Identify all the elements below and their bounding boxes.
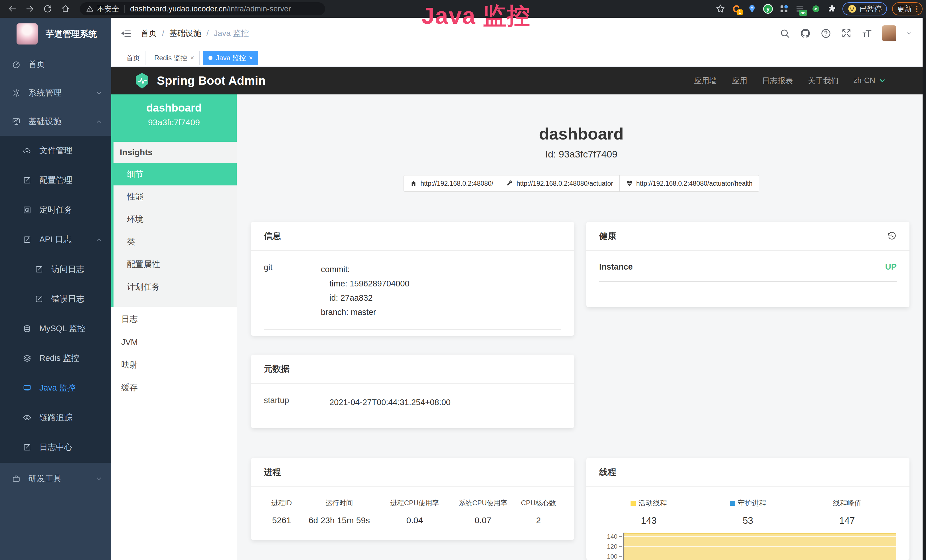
- sidebar-item-scheduled-jobs[interactable]: 定时任务: [0, 195, 111, 225]
- chevron-down-icon: [95, 89, 103, 97]
- sidebar-item-home[interactable]: 首页: [0, 50, 111, 79]
- help-icon[interactable]: [820, 28, 831, 39]
- gear-icon: [12, 89, 21, 97]
- chevron-up-icon: [95, 236, 103, 243]
- process-table-header: 进程ID 运行时间 进程CPU使用率 系统CPU使用率 CPU核心数: [264, 498, 561, 507]
- extension-puzzle-icon[interactable]: [826, 3, 837, 14]
- heartbeat-icon: [626, 180, 633, 187]
- sidebar-item-redis-monitor[interactable]: Redis 监控: [0, 344, 111, 373]
- infra-submenu: 文件管理 配置管理 定时任务 API 日志 访问日志 错误日志 MySQL 监控: [0, 136, 111, 463]
- history-icon[interactable]: [887, 231, 897, 241]
- sba-item-metrics[interactable]: 性能: [113, 185, 237, 208]
- sba-instance-sidebar: dashboard 93a3fc7f7409 Insights 细节 性能 环境…: [111, 94, 237, 560]
- address-bar[interactable]: 不安全 dashboard.yudao.iocoder.cn/infra/adm…: [80, 2, 325, 15]
- security-label: 不安全: [97, 4, 119, 14]
- sidebar-item-config-manage[interactable]: 配置管理: [0, 165, 111, 195]
- tab-java-monitor[interactable]: Java 监控×: [203, 51, 258, 65]
- sba-brand-title[interactable]: Spring Boot Admin: [157, 74, 265, 88]
- sidebar-item-log-center[interactable]: 日志中心: [0, 433, 111, 462]
- info-card: 信息 git commit: time: 1596289704000 id: 2…: [251, 222, 574, 336]
- profile-paused-chip[interactable]: 已暂停: [843, 2, 887, 15]
- extension-grid-icon[interactable]: [779, 3, 790, 14]
- extension-count-badge: 1: [737, 9, 743, 15]
- search-icon[interactable]: [779, 28, 790, 39]
- eye-icon: [23, 413, 31, 422]
- sba-item-config-props[interactable]: 配置属性: [113, 253, 237, 275]
- briefcase-icon: [12, 474, 21, 483]
- browser-reload-icon[interactable]: [43, 4, 53, 14]
- extension-pin-icon[interactable]: [747, 3, 758, 14]
- breadcrumb-infra[interactable]: 基础设施: [169, 28, 201, 39]
- sidebar-item-dev-tools[interactable]: 研发工具: [0, 465, 111, 493]
- window-right-edge: [923, 18, 926, 560]
- user-avatar[interactable]: [882, 26, 896, 41]
- sba-item-details[interactable]: 细节: [111, 163, 237, 185]
- sidebar-item-file-manage[interactable]: 文件管理: [0, 136, 111, 165]
- sba-nav: 应用墙 应用 日志报表 关于我们 zh-CN: [694, 67, 886, 94]
- sba-nav-about[interactable]: 关于我们: [808, 76, 838, 86]
- instance-actuator-link[interactable]: http://192.168.0.2:48080/actuator: [500, 175, 620, 192]
- instance-health-link[interactable]: http://192.168.0.2:48080/actuator/health: [619, 175, 759, 192]
- sidebar-item-java-monitor[interactable]: Java 监控: [0, 373, 111, 403]
- sba-nav-applications[interactable]: 应用: [732, 76, 747, 86]
- legend-blue-swatch: [730, 501, 735, 506]
- status-up-badge: UP: [885, 262, 897, 272]
- sidebar-item-mysql-monitor[interactable]: MySQL 监控: [0, 314, 111, 344]
- extension-leaf-icon[interactable]: [811, 3, 822, 14]
- sba-item-mappings[interactable]: 映射: [111, 353, 237, 376]
- browser-back-icon[interactable]: [8, 4, 17, 14]
- schedule-clock-icon: [23, 206, 31, 214]
- sba-item-caches[interactable]: 缓存: [111, 376, 237, 399]
- sidebar-item-infra[interactable]: 基础设施: [0, 107, 111, 136]
- sba-item-scheduled-tasks[interactable]: 计划任务: [113, 275, 237, 298]
- chevron-up-icon: [95, 118, 103, 125]
- tab-home[interactable]: 首页: [121, 51, 145, 65]
- sidebar-item-tracing[interactable]: 链路追踪: [0, 403, 111, 433]
- locale-select[interactable]: zh-CN: [853, 76, 886, 85]
- sidebar-item-api-logs[interactable]: API 日志: [0, 225, 111, 254]
- sba-instance-header[interactable]: dashboard 93a3fc7f7409: [111, 94, 237, 142]
- caret-down-icon[interactable]: [906, 30, 912, 36]
- sidebar-item-error-logs[interactable]: 错误日志: [0, 284, 111, 314]
- sidebar-item-access-logs[interactable]: 访问日志: [0, 254, 111, 284]
- sidebar-item-system[interactable]: 系统管理: [0, 79, 111, 107]
- github-icon[interactable]: [800, 28, 811, 39]
- address-separator: [124, 5, 125, 13]
- bookmark-star-icon[interactable]: [715, 4, 726, 14]
- sba-navbar: Spring Boot Admin 应用墙 应用 日志报表 关于我们 zh-CN: [111, 67, 926, 94]
- close-icon[interactable]: ×: [249, 54, 253, 62]
- extension-orange-icon[interactable]: 1: [731, 3, 741, 14]
- wrench-icon: [506, 180, 513, 187]
- browser-extensions-area: 1 y on 已暂停 更新: [715, 0, 923, 18]
- browser-menu-icon[interactable]: [916, 6, 917, 12]
- browser-home-icon[interactable]: [61, 4, 70, 14]
- browser-update-button[interactable]: 更新: [892, 2, 923, 15]
- legend-yellow-swatch: [631, 501, 635, 506]
- process-table-values: 5261 6d 23h 15m 59s 0.04 0.07 2: [264, 516, 561, 525]
- sba-nav-wallboard[interactable]: 应用墙: [694, 76, 717, 86]
- chevron-down-icon: [879, 77, 886, 85]
- browser-forward-icon[interactable]: [25, 4, 35, 14]
- app-title: 芋道管理系统: [45, 28, 97, 40]
- header-actions: [779, 18, 912, 49]
- close-icon[interactable]: ×: [190, 54, 194, 62]
- sba-item-logs[interactable]: 日志: [111, 308, 237, 331]
- breadcrumb-home[interactable]: 首页: [141, 28, 157, 39]
- app-logo-row[interactable]: 芋道管理系统: [0, 18, 111, 50]
- sba-item-environment[interactable]: 环境: [113, 208, 237, 230]
- threads-card: 线程 活动线程 143 守护进程 53 线程峰值 147: [586, 458, 909, 560]
- monitor-icon: [23, 384, 31, 392]
- tab-redis-monitor[interactable]: Redis 监控×: [149, 51, 200, 65]
- fullscreen-icon[interactable]: [841, 28, 852, 39]
- app-sidebar: 芋道管理系统 首页 系统管理 基础设施 文件管理 配置管理 定时任务 API 日…: [0, 18, 111, 560]
- sba-nav-journal[interactable]: 日志报表: [762, 76, 793, 86]
- extension-green-y-icon[interactable]: y: [763, 3, 773, 14]
- sba-item-jvm[interactable]: JVM: [111, 331, 237, 353]
- instance-home-link[interactable]: http://192.168.0.2:48080/: [404, 175, 500, 192]
- sidebar-fold-icon[interactable]: [120, 28, 132, 39]
- app-header: 首页 / 基础设施 / Java 监控: [111, 18, 926, 49]
- extension-tabs-on-icon[interactable]: on: [794, 3, 805, 14]
- sba-item-classes[interactable]: 类: [113, 230, 237, 253]
- font-size-icon[interactable]: [861, 28, 872, 39]
- health-instance-row: Instance UP: [599, 262, 897, 282]
